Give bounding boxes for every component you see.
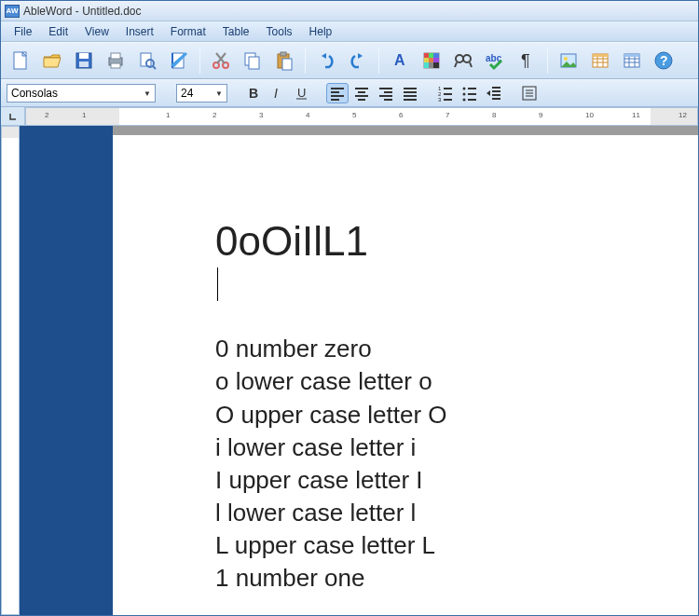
page-canvas[interactable]: 0oOiIlL1 0 number zero o lower case lett…	[20, 126, 698, 615]
open-button[interactable]	[38, 47, 66, 75]
line-spacing-button[interactable]	[518, 83, 541, 103]
svg-point-82	[463, 99, 466, 102]
vertical-ruler[interactable]	[1, 126, 20, 615]
redo-icon	[348, 50, 368, 71]
undo-button[interactable]	[312, 47, 340, 75]
doc-line[interactable]: O upper case letter O	[215, 399, 698, 431]
svg-rect-25	[424, 58, 429, 62]
cut-icon	[211, 50, 231, 71]
underline-icon: U	[294, 85, 310, 102]
toolbar-separator	[199, 48, 200, 74]
doc-line[interactable]: 0 number zero	[215, 333, 698, 365]
outdent-icon	[486, 85, 502, 102]
svg-text:3: 3	[438, 97, 442, 102]
copy-icon	[242, 50, 263, 71]
page-setup-button[interactable]	[165, 47, 193, 75]
highlight-button[interactable]	[418, 47, 445, 75]
svg-line-35	[470, 62, 472, 67]
svg-rect-22	[424, 53, 429, 58]
font-color-button[interactable]: A	[386, 47, 414, 75]
underline-button[interactable]: U	[291, 83, 313, 103]
menu-format[interactable]: Format	[163, 23, 213, 40]
menu-file[interactable]: File	[7, 23, 39, 40]
window-title: AbleWord - Untitled.doc	[23, 5, 142, 18]
document-content[interactable]: 0oOiIlL1 0 number zero o lower case lett…	[215, 219, 698, 595]
table-properties-icon	[622, 50, 642, 71]
svg-line-9	[153, 66, 156, 69]
new-button[interactable]	[7, 47, 34, 75]
svg-line-34	[455, 62, 457, 67]
svg-point-32	[463, 55, 471, 62]
help-button[interactable]: ?	[650, 47, 678, 75]
bold-button[interactable]: B	[242, 83, 265, 103]
numbered-list-button[interactable]: 123	[434, 83, 457, 103]
doc-line[interactable]: 1 number one	[215, 562, 698, 595]
main-toolbar: A abc ¶ ?	[1, 42, 698, 79]
tab-selector-icon	[8, 112, 18, 121]
paragraph-mark-button[interactable]: ¶	[513, 47, 541, 75]
svg-text:?: ?	[660, 53, 668, 68]
align-center-button[interactable]	[350, 83, 373, 103]
menu-tools[interactable]: Tools	[259, 23, 300, 40]
paste-button[interactable]	[270, 47, 298, 75]
font-name-combo[interactable]: Consolas ▼	[7, 84, 156, 103]
table-properties-button[interactable]	[618, 47, 646, 75]
insert-image-button[interactable]	[555, 47, 582, 75]
svg-rect-23	[429, 53, 433, 58]
menu-insert[interactable]: Insert	[118, 23, 161, 40]
svg-rect-45	[593, 54, 608, 57]
insert-image-icon	[558, 50, 579, 71]
cut-button[interactable]	[207, 47, 235, 75]
doc-line[interactable]: L upper case letter L	[215, 529, 698, 562]
bullet-list-button[interactable]	[459, 83, 481, 103]
print-button[interactable]	[102, 47, 130, 75]
text-cursor	[217, 267, 218, 301]
menu-edit[interactable]: Edit	[41, 23, 75, 40]
svg-point-80	[463, 88, 466, 90]
new-icon	[10, 50, 31, 71]
paragraph-mark-icon: ¶	[516, 50, 537, 71]
menu-table[interactable]: Table	[215, 23, 257, 40]
svg-rect-29	[429, 62, 433, 68]
font-size-combo[interactable]: 24 ▼	[176, 84, 227, 103]
svg-text:I: I	[274, 86, 278, 101]
align-right-button[interactable]	[375, 83, 397, 103]
highlight-icon	[421, 50, 442, 71]
doc-line[interactable]: i lower case letter i	[215, 431, 698, 464]
svg-rect-19	[282, 59, 292, 70]
insert-table-icon	[590, 50, 610, 71]
ruler-corner[interactable]	[1, 107, 25, 126]
align-justify-button[interactable]	[399, 83, 421, 103]
document-area: 0oOiIlL1 0 number zero o lower case lett…	[1, 126, 698, 615]
align-right-icon	[377, 85, 394, 102]
document-page[interactable]: 0oOiIlL1 0 number zero o lower case lett…	[113, 135, 698, 615]
copy-button[interactable]	[239, 47, 267, 75]
horizontal-ruler[interactable]: 2 1 1 2 3 4 5 6 7 8 9 10 11 12	[25, 107, 698, 126]
doc-line[interactable]: o lower case letter o	[215, 365, 698, 398]
find-button[interactable]	[449, 47, 477, 75]
align-left-button[interactable]	[326, 83, 349, 103]
italic-button[interactable]: I	[267, 83, 289, 103]
menu-help[interactable]: Help	[302, 23, 340, 40]
outdent-button[interactable]	[483, 83, 505, 103]
ruler-row: 2 1 1 2 3 4 5 6 7 8 9 10 11 12	[1, 107, 698, 126]
svg-rect-24	[433, 53, 439, 58]
doc-line[interactable]: l lower case letter l	[215, 497, 698, 529]
svg-point-31	[456, 55, 463, 62]
svg-point-81	[463, 93, 466, 96]
open-icon	[42, 50, 62, 71]
insert-table-button[interactable]	[586, 47, 614, 75]
menu-view[interactable]: View	[77, 23, 116, 40]
title-bar: AW AbleWord - Untitled.doc	[1, 1, 698, 21]
doc-line[interactable]: I upper case letter I	[215, 464, 698, 497]
redo-button[interactable]	[344, 47, 372, 75]
bold-icon: B	[245, 85, 262, 102]
print-preview-icon	[137, 50, 158, 71]
print-preview-button[interactable]	[133, 47, 161, 75]
numbered-list-icon: 123	[437, 85, 454, 102]
spellcheck-button[interactable]: abc	[481, 47, 509, 75]
italic-icon: I	[269, 85, 286, 102]
save-button[interactable]	[70, 47, 98, 75]
svg-text:B: B	[249, 86, 258, 101]
doc-heading[interactable]: 0oOiIlL1	[215, 219, 698, 264]
